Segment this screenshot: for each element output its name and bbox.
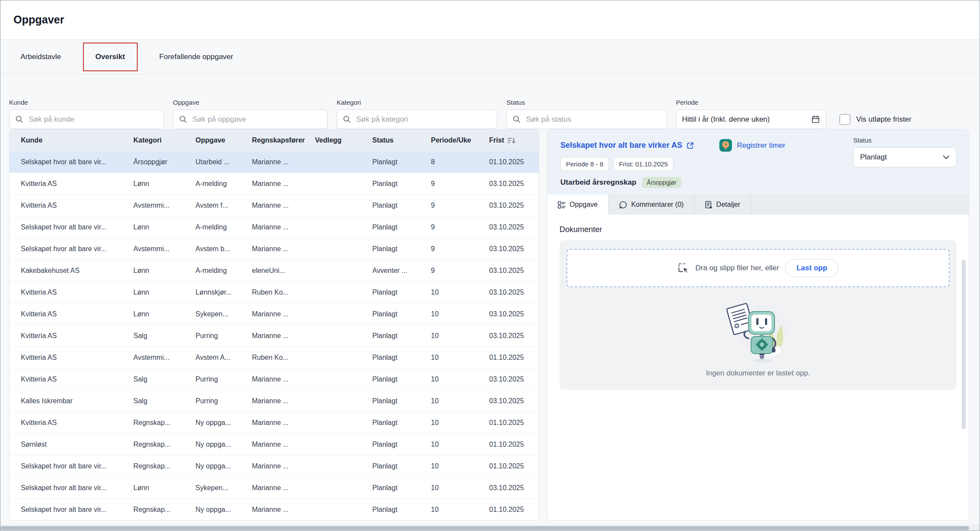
table-row[interactable]: Kalles Iskrembar Salg Purring Marianne .… (10, 390, 539, 412)
tab-oversikt[interactable]: Oversikt (96, 53, 125, 61)
show-expired-toggle[interactable]: Vis utløpte frister (839, 110, 911, 129)
column-header-kunde[interactable]: Kunde (21, 136, 133, 144)
table-row[interactable]: Kvitteria AS Salg Purring Marianne ... P… (10, 368, 539, 390)
cell-status: Planlagt (372, 419, 431, 427)
kategori-search-input[interactable] (355, 115, 491, 124)
sort-descending-icon[interactable] (508, 137, 516, 144)
tab-bar-filler (751, 195, 969, 215)
table-row[interactable]: Selskapet hvor alt bare vir... Årsoppgjø… (10, 151, 539, 173)
cell-periode-uke: 8 (431, 158, 489, 166)
tab-forefallende-oppgaver[interactable]: Forefallende oppgaver (159, 53, 233, 61)
tab-oppgave-detail[interactable]: Oppgave (547, 195, 609, 215)
horizontal-scrollbar-thumb[interactable] (0, 526, 969, 530)
tasks-table: Kunde Kategori Oppgave Regnskapsfører Ve… (9, 129, 539, 521)
cell-kategori: Årsoppgjør (133, 158, 195, 166)
tab-arbeidstavle[interactable]: Arbeidstavle (20, 53, 61, 61)
column-header-oppgave[interactable]: Oppgave (195, 136, 252, 144)
table-row[interactable]: Kvitteria AS Lønn A-melding Marianne ...… (10, 173, 539, 195)
external-link-icon (686, 142, 694, 149)
cell-status: Planlagt (372, 441, 431, 448)
cell-frist: 03.10.2025 (489, 202, 539, 209)
cell-kunde: Selskapet hvor alt bare vir... (21, 223, 133, 231)
tab-detaljer-label: Detaljer (716, 201, 740, 209)
tab-kommentarer[interactable]: Kommentarer (0) (609, 195, 695, 215)
table-row[interactable]: Kvitteria AS Lønn Lønnskjør... Ruben Ko.… (10, 282, 539, 303)
status-search-field (507, 110, 667, 129)
cell-regnskapsforer: Marianne ... (252, 441, 315, 448)
cell-oppgave: Ny oppga... (195, 419, 252, 427)
column-header-regnskapsforer[interactable]: Regnskapsfører (252, 136, 315, 144)
column-header-vedlegg[interactable]: Vedlegg (315, 136, 372, 144)
table-row[interactable]: Selskapet hvor alt bare vir... Regnskap.… (10, 455, 539, 477)
filter-oppgave: Oppgave (173, 99, 328, 129)
column-header-status[interactable]: Status (372, 136, 431, 144)
calendar-icon (811, 115, 820, 124)
cell-periode-uke: 9 (431, 223, 489, 231)
show-expired-checkbox[interactable] (839, 114, 851, 125)
cell-frist: 03.10.2025 (489, 289, 539, 296)
column-header-periode-uke[interactable]: Periode/Uke (431, 136, 489, 144)
cell-periode-uke: 10 (431, 506, 489, 514)
column-header-frist-label: Frist (489, 136, 504, 144)
oppgave-search-field (173, 110, 328, 129)
upload-button[interactable]: Last opp (785, 259, 838, 277)
cell-oppgave: A-melding (195, 267, 252, 275)
cell-periode-uke: 9 (431, 245, 489, 253)
task-detail-panel: Selskapet hvor alt bare virker AS Regist… (547, 129, 969, 521)
register-hours-button[interactable]: Registrer timer (719, 139, 785, 152)
filter-status: Status (507, 99, 667, 129)
cell-frist: 03.10.2025 (489, 332, 539, 340)
company-link[interactable]: Selskapet hvor alt bare virker AS (560, 141, 694, 150)
status-dropdown[interactable]: Planlagt (853, 147, 957, 167)
kategori-search-field (337, 110, 497, 129)
table-row[interactable]: Sømløst Regnskap... Ny oppga... Marianne… (10, 434, 539, 455)
cell-kunde: Selskapet hvor alt bare vir... (21, 158, 133, 166)
filter-kunde-label: Kunde (9, 99, 164, 106)
cell-frist: 03.10.2025 (489, 267, 539, 275)
column-header-kategori[interactable]: Kategori (133, 136, 195, 144)
cell-regnskapsforer: Marianne ... (252, 245, 315, 253)
cell-kategori: Avstemmi... (133, 202, 195, 209)
table-row[interactable]: Selskapet hvor alt bare vir... Regnskap.… (10, 499, 539, 521)
cell-kategori: Salg (133, 375, 195, 383)
oppgave-search-input[interactable] (192, 115, 321, 124)
cell-frist: 03.10.2025 (489, 223, 539, 231)
cell-kunde: Selskapet hvor alt bare vir... (21, 245, 133, 253)
table-row[interactable]: Kvitteria AS Salg Purring Marianne ... P… (10, 325, 539, 347)
robot-with-document-illustration (718, 298, 798, 363)
cell-regnskapsforer: Marianne ... (252, 397, 315, 405)
cell-kategori: Salg (133, 332, 195, 340)
file-dropzone[interactable]: Dra og slipp filer her, eller Last opp (566, 249, 950, 287)
table-row[interactable]: Selskapet hvor alt bare vir... Lønn A-me… (10, 216, 539, 238)
page-title: Oppgaver (13, 13, 64, 26)
status-search-input[interactable] (525, 115, 661, 124)
kunde-search-input[interactable] (28, 115, 158, 124)
cell-status: Planlagt (372, 354, 431, 362)
periode-select[interactable]: Hittil i år (Inkl. denne uken) (676, 110, 826, 129)
table-row[interactable]: Kvitteria AS Regnskap... Ny oppga... Mar… (10, 412, 539, 434)
table-row[interactable]: Kvitteria AS Lønn Sykepen... Marianne ..… (10, 303, 539, 325)
chevron-down-icon (943, 155, 950, 159)
task-name: Utarbeid årsregnskap (560, 178, 636, 187)
column-header-frist[interactable]: Frist (489, 136, 539, 144)
table-row[interactable]: Kvitteria AS Avstemmi... Avstem f... Mar… (10, 195, 539, 216)
cell-status: Planlagt (372, 180, 431, 188)
cell-oppgave: Purring (195, 332, 252, 340)
table-row[interactable]: Selskapet hvor alt bare vir... Lønn Syke… (10, 477, 539, 499)
panel-vertical-scrollbar[interactable] (962, 260, 966, 429)
task-category-badge: Årsoppgjør (642, 177, 681, 188)
cell-kunde: Sømløst (21, 441, 133, 448)
cell-kunde: Kvitteria AS (21, 375, 133, 383)
cell-status: Planlagt (372, 223, 431, 231)
cell-kunde: Kalles Iskrembar (21, 397, 133, 405)
table-row[interactable]: Kakebakehuset AS Lønn A-melding eleneUni… (10, 260, 539, 282)
horizontal-scrollbar-track[interactable] (0, 525, 980, 531)
table-row[interactable]: Selskapet hvor alt bare vir... Avstemmi.… (10, 238, 539, 260)
cell-regnskapsforer: Marianne ... (252, 332, 315, 340)
tab-detaljer[interactable]: Detaljer (695, 195, 751, 215)
table-row[interactable]: Kvitteria AS Avstemmi... Avstem A... Rub… (10, 347, 539, 368)
cell-kunde: Kakebakehuset AS (21, 267, 133, 275)
cell-periode-uke: 9 (431, 202, 489, 209)
cell-periode-uke: 10 (431, 375, 489, 383)
filter-oppgave-label: Oppgave (173, 99, 328, 106)
